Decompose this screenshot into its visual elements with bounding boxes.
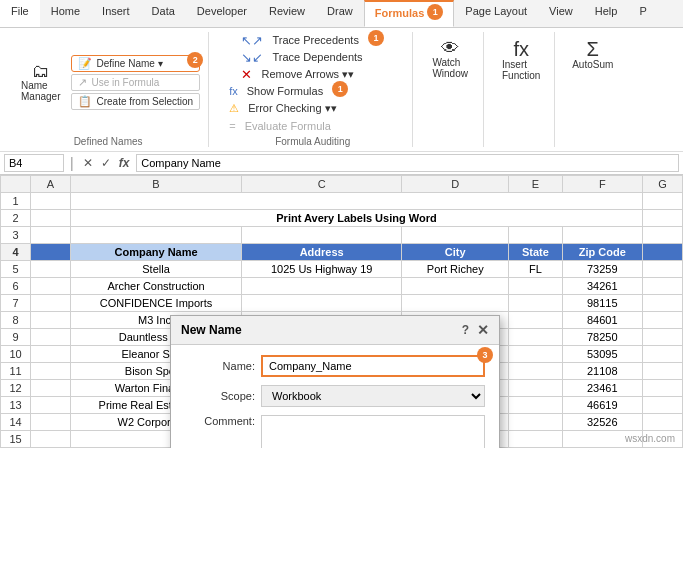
cell-f8[interactable]: 84601 [562, 312, 642, 329]
cell-a11[interactable] [31, 363, 71, 380]
cell-a3[interactable] [31, 227, 71, 244]
cell-d5[interactable]: Port Richey [402, 261, 509, 278]
cell-g10[interactable] [642, 346, 682, 363]
cell-g8[interactable] [642, 312, 682, 329]
cell-e3[interactable] [509, 227, 562, 244]
cell-a1[interactable] [31, 193, 71, 210]
cell-a14[interactable] [31, 414, 71, 431]
cancel-icon[interactable]: ✕ [80, 155, 96, 171]
cell-a2[interactable] [31, 210, 71, 227]
dialog-comment-input[interactable] [261, 415, 485, 448]
dialog-name-input[interactable] [261, 355, 485, 377]
tab-file[interactable]: File [0, 0, 40, 27]
col-header-d[interactable]: D [402, 176, 509, 193]
cell-d7[interactable] [402, 295, 509, 312]
cell-a6[interactable] [31, 278, 71, 295]
cell-f6[interactable]: 34261 [562, 278, 642, 295]
show-formulas-button[interactable]: Show Formulas [242, 83, 328, 99]
col-header-f[interactable]: F [562, 176, 642, 193]
cell-e5[interactable]: FL [509, 261, 562, 278]
dialog-scope-select[interactable]: Workbook [261, 385, 485, 407]
cell-g7[interactable] [642, 295, 682, 312]
cell-f3[interactable] [562, 227, 642, 244]
dialog-close-button[interactable]: ✕ [477, 322, 489, 338]
trace-precedents-button[interactable]: Trace Precedents [267, 32, 363, 48]
cell-g9[interactable] [642, 329, 682, 346]
cell-g2[interactable] [642, 210, 682, 227]
cell-f9[interactable]: 78250 [562, 329, 642, 346]
cell-a9[interactable] [31, 329, 71, 346]
name-manager-button[interactable]: 🗂 NameManager [16, 59, 65, 105]
cell-e10[interactable] [509, 346, 562, 363]
watch-window-button[interactable]: 👁 WatchWindow [425, 36, 475, 82]
cell-c3[interactable] [242, 227, 402, 244]
tab-formulas[interactable]: Formulas 1 [364, 0, 455, 27]
cell-c7[interactable] [242, 295, 402, 312]
remove-arrows-button[interactable]: Remove Arrows ▾ ▾ [256, 66, 359, 83]
tab-view[interactable]: View [538, 0, 584, 27]
cell-a12[interactable] [31, 380, 71, 397]
cell-b1[interactable] [71, 193, 643, 210]
cell-a13[interactable] [31, 397, 71, 414]
cell-a4[interactable] [31, 244, 71, 261]
cell-f13[interactable]: 46619 [562, 397, 642, 414]
cell-f10[interactable]: 53095 [562, 346, 642, 363]
cell-g11[interactable] [642, 363, 682, 380]
insert-function-button[interactable]: fx InsertFunction [496, 36, 546, 84]
cell-a15[interactable] [31, 431, 71, 448]
cell-g4[interactable] [642, 244, 682, 261]
cell-e8[interactable] [509, 312, 562, 329]
tab-developer[interactable]: Developer [186, 0, 258, 27]
confirm-icon[interactable]: ✓ [98, 155, 114, 171]
cell-b3[interactable] [71, 227, 242, 244]
cell-a5[interactable] [31, 261, 71, 278]
cell-a7[interactable] [31, 295, 71, 312]
cell-f4-zip[interactable]: Zip Code [562, 244, 642, 261]
cell-g3[interactable] [642, 227, 682, 244]
cell-d3[interactable] [402, 227, 509, 244]
col-header-c[interactable]: C [242, 176, 402, 193]
cell-b6[interactable]: Archer Construction [71, 278, 242, 295]
cell-e12[interactable] [509, 380, 562, 397]
col-header-e[interactable]: E [509, 176, 562, 193]
cell-f11[interactable]: 21108 [562, 363, 642, 380]
cell-e14[interactable] [509, 414, 562, 431]
define-name-button[interactable]: 📝 Define Name ▾ 2 [71, 55, 200, 72]
cell-b5[interactable]: Stella [71, 261, 242, 278]
cell-c6[interactable] [242, 278, 402, 295]
cell-g6[interactable] [642, 278, 682, 295]
cell-g13[interactable] [642, 397, 682, 414]
cell-e15[interactable] [509, 431, 562, 448]
cell-e9[interactable] [509, 329, 562, 346]
cell-b4-company[interactable]: Company Name [71, 244, 242, 261]
cell-d6[interactable] [402, 278, 509, 295]
cell-f14[interactable]: 32526 [562, 414, 642, 431]
cell-a10[interactable] [31, 346, 71, 363]
tab-insert[interactable]: Insert [91, 0, 141, 27]
cell-e4-state[interactable]: State [509, 244, 562, 261]
cell-a8[interactable] [31, 312, 71, 329]
cell-reference-box[interactable] [4, 154, 64, 172]
dialog-help-icon[interactable]: ? [462, 323, 469, 337]
formula-input[interactable] [136, 154, 679, 172]
cell-e7[interactable] [509, 295, 562, 312]
tab-review[interactable]: Review [258, 0, 316, 27]
cell-e11[interactable] [509, 363, 562, 380]
cell-f5[interactable]: 73259 [562, 261, 642, 278]
tab-draw[interactable]: Draw [316, 0, 364, 27]
tab-home[interactable]: Home [40, 0, 91, 27]
create-from-selection-button[interactable]: 📋 Create from Selection [71, 93, 200, 110]
cell-f12[interactable]: 23461 [562, 380, 642, 397]
cell-f7[interactable]: 98115 [562, 295, 642, 312]
tab-page-layout[interactable]: Page Layout [454, 0, 538, 27]
tab-help[interactable]: Help [584, 0, 629, 27]
cell-e6[interactable] [509, 278, 562, 295]
cell-g14[interactable] [642, 414, 682, 431]
error-checking-button[interactable]: Error Checking ▾ ▾ [243, 100, 341, 117]
cell-c5[interactable]: 1025 Us Highway 19 [242, 261, 402, 278]
cell-e13[interactable] [509, 397, 562, 414]
tab-p[interactable]: P [628, 0, 657, 27]
col-header-b[interactable]: B [71, 176, 242, 193]
cell-d4-city[interactable]: City [402, 244, 509, 261]
autosum-button[interactable]: Σ AutoSum [567, 36, 618, 73]
